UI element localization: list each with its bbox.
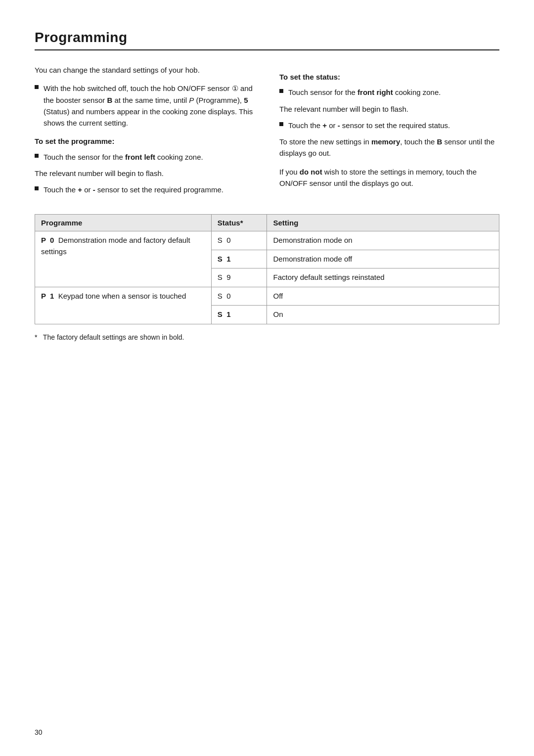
- page-number: 30: [35, 728, 43, 736]
- status-s1-p0: S 1: [211, 250, 267, 268]
- set-programme-bullet2: Touch the + or - sensor to set the requi…: [35, 184, 255, 195]
- table-header-row: Programme Status* Setting: [35, 215, 499, 231]
- setting-s9-p0: Factory default settings reinstated: [267, 268, 499, 287]
- set-programme-bullet2-text: Touch the + or - sensor to set the requi…: [44, 184, 255, 195]
- set-status-bullet1: Touch sensor for the front right cooking…: [279, 87, 499, 98]
- prog-p0-cell: P 0 Demonstration mode and factory defau…: [35, 231, 212, 287]
- set-status-heading: To set the status:: [279, 71, 499, 83]
- donot-note: If you do not wish to store the settings…: [279, 166, 499, 189]
- prog-p1-cell: P 1 Keypad tone when a sensor is touched: [35, 287, 212, 324]
- status-flash-note: The relevant number will begin to flash.: [279, 103, 499, 115]
- status-s0-p1: S 0: [211, 287, 267, 306]
- status-s9-p0: S 9: [211, 268, 267, 287]
- intro-bullet1-text: With the hob switched off, touch the hob…: [44, 83, 255, 129]
- memory-note: To store the new settings in memory, tou…: [279, 136, 499, 159]
- page-title: Programming: [35, 30, 499, 45]
- status-s0-p0: S 0: [211, 231, 267, 250]
- table-row: P 1 Keypad tone when a sensor is touched…: [35, 287, 499, 306]
- bullet-icon: [35, 186, 39, 190]
- right-column: To set the status: Touch sensor for the …: [279, 64, 499, 200]
- footnote: * The factory default settings are shown…: [35, 332, 499, 343]
- setting-s1-p1: On: [267, 306, 499, 324]
- setting-s0-p1: Off: [267, 287, 499, 306]
- setting-s1-p0: Demonstration mode off: [267, 250, 499, 268]
- col-status: Status*: [211, 215, 267, 231]
- set-programme-bullet1-text: Touch the sensor for the front left cook…: [44, 151, 255, 163]
- set-status-bullet2-text: Touch the + or - sensor to set the requi…: [288, 120, 499, 131]
- title-divider: [35, 49, 499, 50]
- bullet-icon: [35, 85, 39, 89]
- set-programme-bullet1: Touch the sensor for the front left cook…: [35, 151, 255, 163]
- bullet-icon: [279, 89, 283, 93]
- main-content: You can change the standard settings of …: [35, 64, 499, 200]
- bullet-icon: [35, 154, 39, 158]
- left-column: You can change the standard settings of …: [35, 64, 255, 200]
- col-setting: Setting: [267, 215, 499, 231]
- bullet-icon: [279, 122, 283, 126]
- table-row: P 0 Demonstration mode and factory defau…: [35, 231, 499, 250]
- programme-flash-note: The relevant number will begin to flash.: [35, 168, 255, 179]
- intro-bullet1: With the hob switched off, touch the hob…: [35, 83, 255, 129]
- set-programme-heading: To set the programme:: [35, 135, 255, 147]
- setting-s0-p0: Demonstration mode on: [267, 231, 499, 250]
- programming-table: Programme Status* Setting P 0 Demonstrat…: [35, 214, 499, 324]
- status-s1-p1: S 1: [211, 306, 267, 324]
- intro-paragraph: You can change the standard settings of …: [35, 64, 255, 76]
- col-programme: Programme: [35, 215, 212, 231]
- set-status-bullet2: Touch the + or - sensor to set the requi…: [279, 120, 499, 131]
- set-status-bullet1-text: Touch sensor for the front right cooking…: [288, 87, 499, 98]
